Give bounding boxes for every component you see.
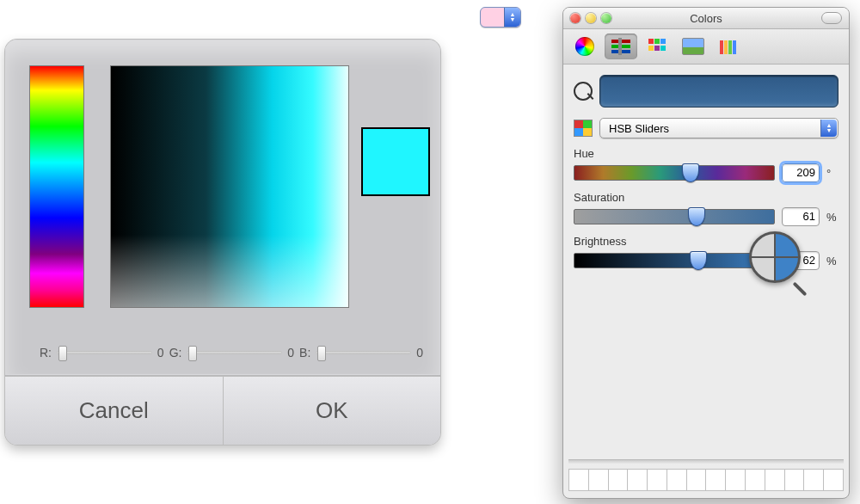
b-label: B: — [299, 346, 310, 360]
stepper-arrows-icon: ▲▼ — [504, 8, 520, 27]
image-icon — [682, 38, 704, 55]
selected-color-swatch[interactable] — [599, 75, 838, 108]
g-slider[interactable] — [187, 347, 282, 359]
swatch-tray-cell[interactable] — [803, 469, 823, 491]
color-wheel-tab[interactable] — [568, 34, 601, 59]
sliders-icon — [611, 39, 630, 54]
saturation-field[interactable]: 61 — [782, 207, 820, 226]
r-label: R: — [40, 346, 52, 360]
swatch-tray-cell[interactable] — [705, 469, 725, 491]
hue-field[interactable]: 209 — [782, 163, 820, 182]
loupe-icon[interactable] — [749, 231, 801, 283]
swatch-tray-cell[interactable] — [627, 469, 647, 491]
crayons-tab[interactable] — [713, 34, 746, 59]
dropdown-label: HSB Sliders — [609, 122, 669, 135]
colors-panel: Colors HSB Sliders ▲▼ Hue — [562, 7, 850, 499]
brightness-group: Brightness 62 % — [574, 235, 838, 270]
image-tab[interactable] — [677, 34, 710, 59]
swatch-tray-cell[interactable] — [745, 469, 765, 491]
saturation-thumb[interactable] — [688, 207, 705, 226]
panel-body: HSB Sliders ▲▼ Hue 209 ° Saturation 61 — [563, 65, 849, 284]
g-value: 0 — [287, 346, 294, 360]
zoom-icon[interactable] — [601, 13, 611, 23]
crayons-icon — [720, 39, 739, 54]
magnifier-icon[interactable] — [574, 82, 593, 101]
color-model-icon[interactable] — [574, 120, 593, 137]
color-wheel-icon — [575, 37, 594, 56]
brightness-thumb[interactable] — [690, 251, 707, 270]
palette-icon — [648, 39, 666, 54]
close-icon[interactable] — [570, 13, 580, 23]
swatch-tray-cell[interactable] — [725, 469, 745, 491]
toolbar-toggle-button[interactable] — [821, 12, 842, 24]
palettes-tab[interactable] — [641, 34, 673, 59]
swatch-tray-cell[interactable] — [608, 469, 628, 491]
percent-unit: % — [826, 211, 838, 224]
dropdown-arrows-icon: ▲▼ — [820, 120, 837, 137]
ok-button[interactable]: OK — [223, 376, 441, 445]
saturation-label: Saturation — [574, 191, 838, 204]
swatch-tray-cell[interactable] — [647, 469, 666, 491]
swatch-tray-cell[interactable] — [568, 469, 588, 491]
saturation-group: Saturation 61 % — [574, 191, 838, 226]
rgb-sliders-row: R: 0 G: 0 B: 0 — [40, 346, 423, 360]
hue-slider[interactable] — [574, 165, 775, 181]
color-picker-dialog: R: 0 G: 0 B: 0 Cancel OK — [5, 40, 440, 445]
percent-unit-2: % — [826, 255, 838, 267]
sliders-tab[interactable] — [605, 34, 637, 59]
window-controls — [570, 13, 611, 23]
swatch-tray-cell[interactable] — [765, 469, 784, 491]
hue-strip[interactable] — [29, 65, 84, 308]
hue-label: Hue — [574, 147, 838, 160]
swatch-tray-cell[interactable] — [686, 469, 706, 491]
tray-separator — [568, 459, 844, 464]
saturation-field[interactable] — [110, 65, 349, 308]
r-value: 0 — [157, 346, 164, 360]
b-value: 0 — [416, 346, 423, 360]
minimize-icon[interactable] — [586, 13, 596, 23]
picker-body: R: 0 G: 0 B: 0 — [5, 40, 440, 375]
b-slider[interactable] — [316, 347, 411, 359]
brightness-slider[interactable] — [574, 253, 775, 268]
hue-thumb[interactable] — [682, 163, 699, 182]
swatch-tray-cell[interactable] — [784, 469, 804, 491]
swatch-tray-cell[interactable] — [588, 469, 608, 491]
brightness-label: Brightness — [574, 235, 838, 248]
saturation-slider[interactable] — [574, 209, 775, 224]
swatch-tray-cell[interactable] — [823, 469, 844, 491]
swatch-tray-cell[interactable] — [666, 469, 686, 491]
current-color-swatch — [361, 127, 430, 196]
titlebar[interactable]: Colors — [563, 8, 849, 29]
dialog-buttons: Cancel OK — [5, 376, 440, 445]
hue-group: Hue 209 ° — [574, 147, 838, 182]
color-popup-button[interactable]: ▲▼ — [480, 7, 521, 28]
slider-model-dropdown[interactable]: HSB Sliders ▲▼ — [599, 118, 838, 138]
degree-unit: ° — [826, 167, 838, 180]
cancel-button[interactable]: Cancel — [5, 376, 223, 445]
swatch-tray[interactable] — [568, 469, 844, 491]
g-label: G: — [169, 346, 182, 360]
r-slider[interactable] — [57, 347, 152, 359]
mode-toolbar — [563, 29, 849, 65]
